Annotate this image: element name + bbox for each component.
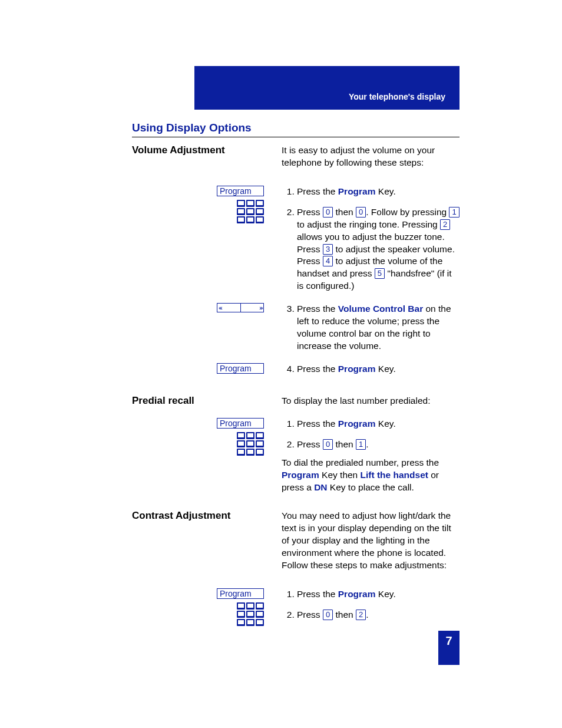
volume-adjustment-heading: Volume Adjustment	[132, 144, 225, 156]
lift-handset-ref: Lift the handset	[361, 470, 428, 480]
key-5: 5	[375, 268, 385, 279]
program-key-label: Program	[217, 588, 264, 599]
predial-intro-text: To display the last number predialed:	[282, 395, 459, 407]
contrast-step-2: Press 0 then 2.	[297, 609, 459, 621]
predial-step-1: Press the Program Key.	[297, 418, 459, 430]
volume-step-3-list: Press the Volume Control Bar on the left…	[282, 303, 459, 353]
key-0: 0	[323, 439, 333, 450]
key-3: 3	[323, 244, 333, 255]
key-0: 0	[356, 207, 366, 218]
keypad-icon	[237, 602, 264, 626]
key-2: 2	[440, 219, 450, 230]
contrast-intro-text: You may need to adjust how light/dark th…	[282, 510, 459, 572]
page-number: 7	[438, 631, 459, 665]
header-breadcrumb: Your telephone's display	[349, 92, 445, 101]
key-1: 1	[449, 207, 459, 218]
contrast-steps: Press the Program Key. Press 0 then 2.	[282, 588, 459, 621]
contrast-step-1: Press the Program Key.	[297, 588, 459, 601]
key-4: 4	[323, 256, 333, 266]
key-2: 2	[356, 610, 366, 620]
key-0: 0	[323, 610, 333, 620]
volume-step-2: Press 0 then 0. Follow by pressing 1 to …	[297, 206, 459, 292]
volume-steps-1-2: Press the Program Key. Press 0 then 0. F…	[282, 186, 459, 292]
section-title: Using Display Options	[132, 121, 459, 134]
contrast-adjustment-heading: Contrast Adjustment	[132, 510, 231, 522]
volume-up-icon: ›››	[241, 304, 264, 312]
volume-step-3: Press the Volume Control Bar on the left…	[297, 303, 459, 353]
volume-bar-icon: ‹‹‹ ›››	[217, 303, 264, 312]
volume-step-4-list: Press the Program Key.	[282, 363, 459, 375]
key-1: 1	[356, 439, 366, 450]
volume-step-1: Press the Program Key.	[297, 186, 459, 198]
volume-down-icon: ‹‹‹	[217, 304, 241, 312]
predial-step-2: Press 0 then 1.	[297, 439, 459, 451]
header-band: Your telephone's display	[194, 66, 459, 110]
volume-intro-text: It is easy to adjust the volume on your …	[282, 144, 459, 169]
section-rule	[132, 137, 459, 137]
predial-steps: Press the Program Key. Press 0 then 1.	[282, 418, 459, 451]
key-0: 0	[323, 207, 333, 218]
content-area: Using Display Options Volume Adjustment …	[132, 121, 459, 637]
volume-control-bar-ref: Volume Control Bar	[338, 304, 423, 314]
keypad-icon	[237, 200, 264, 223]
program-key-ref: Program	[338, 419, 376, 429]
page: Your telephone's display Using Display O…	[0, 0, 562, 728]
volume-step-4: Press the Program Key.	[297, 363, 459, 375]
program-key-label: Program	[217, 363, 264, 374]
program-key-ref: Program	[338, 364, 376, 374]
program-key-label: Program	[217, 418, 264, 429]
program-key-ref: Program	[282, 470, 319, 480]
dn-key-ref: DN	[314, 482, 327, 492]
program-key-ref: Program	[338, 186, 376, 196]
program-key-ref: Program	[338, 589, 376, 599]
predial-recall-heading: Predial recall	[132, 395, 194, 407]
program-key-label: Program	[217, 186, 264, 196]
keypad-icon	[237, 432, 264, 456]
predial-after-text: To dial the predialed number, press the …	[282, 457, 459, 494]
